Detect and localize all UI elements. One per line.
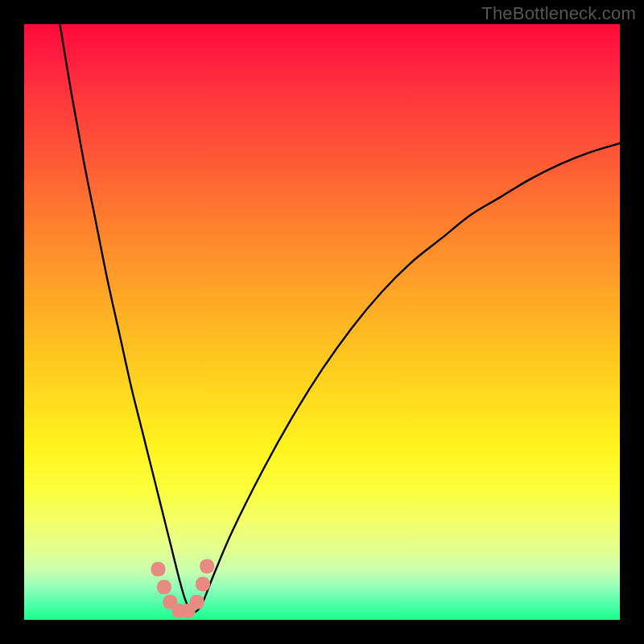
watermark-text: TheBottleneck.com [481, 3, 636, 24]
highlight-marker [196, 577, 210, 592]
highlight-marker [190, 595, 204, 609]
highlight-marker [200, 559, 214, 573]
bottleneck-curve [60, 24, 620, 613]
chart-svg [24, 24, 620, 620]
highlight-marker [157, 580, 171, 594]
highlight-marker [151, 562, 166, 576]
chart-plot-area [24, 24, 620, 620]
chart-frame: TheBottleneck.com [0, 0, 644, 644]
